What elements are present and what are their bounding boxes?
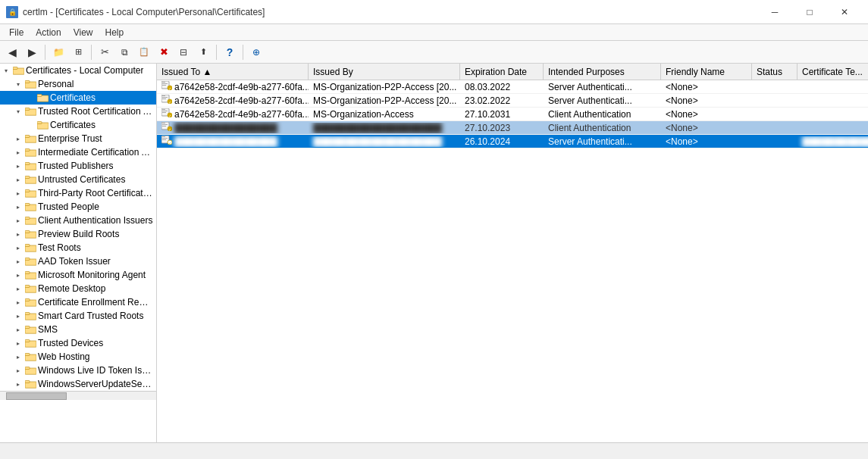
help-button[interactable]: ? <box>221 43 239 61</box>
menu-action[interactable]: Action <box>30 26 67 39</box>
expand-icon[interactable]: ▸ <box>12 295 24 309</box>
cell-purposes: Server Authenticati... <box>544 95 661 106</box>
tree-item-windows-live[interactable]: ▸ Windows Live ID Token Issue... <box>0 364 156 377</box>
expand-icon[interactable]: ▸ <box>12 364 24 377</box>
expand-icon[interactable]: ▾ <box>12 77 24 91</box>
tree-item-third-party[interactable]: ▸ Third-Party Root Certification... <box>0 186 156 200</box>
tree-item-ms-monitoring[interactable]: ▸ Microsoft Monitoring Agent <box>0 268 156 282</box>
table-header: Issued To ▲Issued ByExpiration DateInten… <box>157 64 868 80</box>
window-controls: ─ □ ✕ <box>757 0 862 24</box>
tree-item-aad-token[interactable]: ▸ AAD Token Issuer <box>0 254 156 268</box>
back-button[interactable]: ◀ <box>3 43 21 61</box>
toolbar-separator-4 <box>243 45 243 60</box>
cell-purposes: Client Authentication <box>544 123 661 133</box>
svg-rect-23 <box>25 217 30 220</box>
cell-text: ████████████████ <box>174 136 277 147</box>
svg-text:✓: ✓ <box>168 100 171 104</box>
paste-button[interactable]: 📋 <box>135 43 153 61</box>
expand-icon[interactable]: ▸ <box>12 227 24 241</box>
show-hide-button[interactable]: ⊞ <box>69 43 87 61</box>
tree-item-certificates[interactable]: Certificates <box>0 91 156 105</box>
tree-item-enterprise-trust[interactable]: ▸ Enterprise Trust <box>0 132 156 145</box>
table-body[interactable]: ✓ a7642e58-2cdf-4e9b-a277-60fa...MS-Orga… <box>157 80 868 442</box>
expand-icon[interactable]: ▸ <box>12 200 24 214</box>
menu-view[interactable]: View <box>67 26 99 39</box>
expand-icon[interactable]: ▸ <box>12 132 24 145</box>
up-button[interactable]: 📁 <box>49 43 67 61</box>
table-row[interactable]: ✓ a7642e58-2cdf-4e9b-a277-60fa...MS-Orga… <box>157 80 868 94</box>
expand-icon[interactable]: ▸ <box>12 186 24 200</box>
expand-icon[interactable]: ▾ <box>12 105 24 118</box>
expand-icon[interactable]: ▾ <box>0 64 12 77</box>
tree-label: Smart Card Trusted Roots <box>38 311 143 321</box>
table-row[interactable]: ✓ a7642e58-2cdf-4e9b-a277-60fa...MS-Orga… <box>157 108 868 121</box>
col-header-issued-by[interactable]: Issued By <box>309 64 460 80</box>
tree-item-trusted-people[interactable]: ▸ Trusted People <box>0 200 156 214</box>
tree-item-client-auth[interactable]: ▸ Client Authentication Issuers <box>0 214 156 227</box>
tree-item-personal[interactable]: ▾ Personal <box>0 77 156 91</box>
table-row[interactable]: ✓ ████████████████████████████████████27… <box>157 121 868 135</box>
tree-item-trusted-publishers[interactable]: ▸ Trusted Publishers <box>0 159 156 173</box>
svg-rect-37 <box>25 313 30 315</box>
svg-rect-41 <box>25 340 30 342</box>
tree-item-intermediate[interactable]: ▸ Intermediate Certification Au... <box>0 145 156 159</box>
tree-item-trusted-root[interactable]: ▾ Trusted Root Certification Au... <box>0 105 156 118</box>
folder-icon <box>24 379 36 389</box>
expand-icon[interactable]: ▸ <box>12 350 24 364</box>
expand-icon[interactable]: ▸ <box>12 377 24 391</box>
folder-icon <box>36 120 49 130</box>
col-header-cert-template[interactable]: Certificate Te... <box>797 64 868 80</box>
tree-item-trusted-devices[interactable]: ▸ Trusted Devices <box>0 336 156 350</box>
tree-item-preview-build[interactable]: ▸ Preview Build Roots <box>0 227 156 241</box>
tree-label: Third-Party Root Certification... <box>38 188 153 198</box>
col-header-purposes[interactable]: Intended Purposes <box>544 64 661 80</box>
export-button[interactable]: ⬆ <box>194 43 212 61</box>
cell-issued-to: ✓ a7642e58-2cdf-4e9b-a277-60fa... <box>157 95 309 106</box>
expand-icon[interactable]: ▸ <box>12 309 24 323</box>
tree-item-trusted-root-certs[interactable]: Certificates <box>0 118 156 132</box>
cell-expiration: 23.02.2022 <box>460 95 544 106</box>
expand-icon[interactable]: ▸ <box>12 282 24 295</box>
close-button[interactable]: ✕ <box>827 0 862 24</box>
expand-icon[interactable]: ▸ <box>12 214 24 227</box>
menu-help[interactable]: Help <box>99 26 130 39</box>
tree-item-test-roots[interactable]: ▸ Test Roots <box>0 241 156 254</box>
tree-item-sms[interactable]: ▸ SMS <box>0 323 156 336</box>
tree-label: Trusted Root Certification Au... <box>38 106 153 117</box>
col-header-status[interactable]: Status <box>752 64 797 80</box>
expand-icon[interactable]: ▸ <box>12 159 24 173</box>
copy-button[interactable]: ⧉ <box>115 43 133 61</box>
expand-icon[interactable]: ▸ <box>12 268 24 282</box>
tree-panel[interactable]: ▾ Certificates - Local Computer▾ Persona… <box>0 64 157 442</box>
menu-file[interactable]: File <box>3 26 30 39</box>
expand-icon[interactable]: ▸ <box>12 254 24 268</box>
forward-button[interactable]: ▶ <box>23 43 41 61</box>
cut-button[interactable]: ✂ <box>96 43 114 61</box>
tree-item-root[interactable]: ▾ Certificates - Local Computer <box>0 64 156 77</box>
expand-icon[interactable]: ▸ <box>12 323 24 336</box>
col-header-friendly-name[interactable]: Friendly Name <box>661 64 752 80</box>
tree-item-windows-server[interactable]: ▸ WindowsServerUpdateService... <box>0 377 156 391</box>
properties-button[interactable]: ⊟ <box>174 43 193 61</box>
tree-item-smart-card[interactable]: ▸ Smart Card Trusted Roots <box>0 309 156 323</box>
maximize-button[interactable]: □ <box>792 0 827 24</box>
expand-icon[interactable]: ▸ <box>12 336 24 350</box>
tree-item-untrusted[interactable]: ▸ Untrusted Certificates <box>0 173 156 186</box>
table-row[interactable]: ✓ a7642e58-2cdf-4e9b-a277-60fa...MS-Orga… <box>157 94 868 108</box>
col-header-expiration[interactable]: Expiration Date <box>460 64 544 80</box>
tree-item-cert-enrollment[interactable]: ▸ Certificate Enrollment Reque... <box>0 295 156 309</box>
delete-button[interactable]: ✖ <box>155 43 173 61</box>
expand-icon[interactable]: ▸ <box>12 173 24 186</box>
svg-rect-5 <box>37 95 42 97</box>
svg-rect-9 <box>37 122 42 124</box>
table-row[interactable]: ✓ ████████████████████████████████████26… <box>157 135 868 148</box>
expand-icon[interactable]: ▸ <box>12 241 24 254</box>
new-button[interactable]: ⊕ <box>247 43 265 61</box>
svg-rect-51 <box>162 85 166 86</box>
minimize-button[interactable]: ─ <box>757 0 792 24</box>
expand-icon[interactable]: ▸ <box>12 145 24 159</box>
col-header-issued-to[interactable]: Issued To ▲ <box>157 64 309 80</box>
tree-item-remote-desktop[interactable]: ▸ Remote Desktop <box>0 282 156 295</box>
tree-item-web-hosting[interactable]: ▸ Web Hosting <box>0 350 156 364</box>
svg-rect-67 <box>162 123 165 123</box>
